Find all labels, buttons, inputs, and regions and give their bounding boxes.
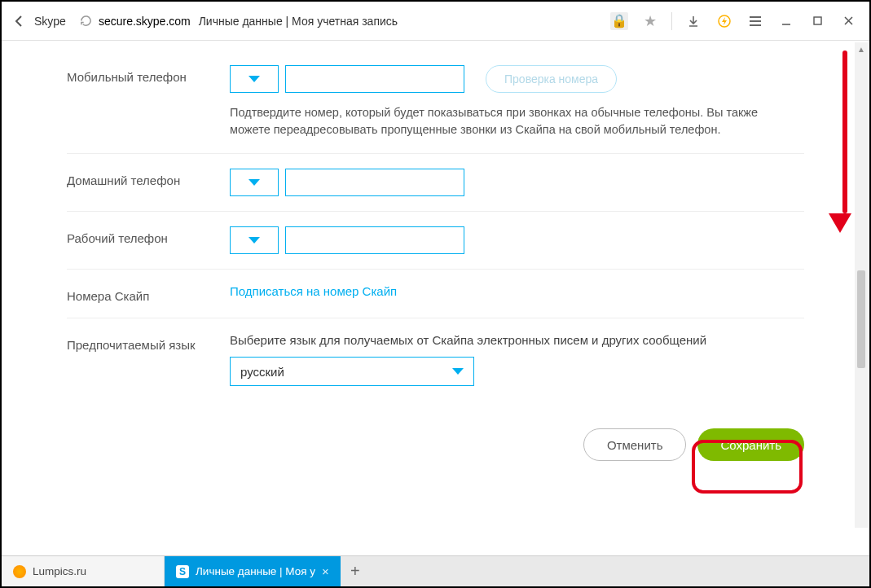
label-mobile: Мобильный телефон	[67, 65, 230, 138]
turbo-icon[interactable]	[711, 8, 737, 34]
language-value: русский	[240, 365, 284, 379]
url-domain: secure.skype.com	[99, 15, 191, 28]
form-actions: Отменить Сохранить	[67, 428, 804, 461]
new-tab-button[interactable]: +	[341, 556, 370, 586]
label-language: Предпочитаемый язык	[67, 333, 230, 386]
page-viewport: Мобильный телефон Проверка номера Подтве…	[2, 41, 869, 531]
cancel-button[interactable]: Отменить	[583, 428, 687, 461]
close-tab-icon[interactable]: ×	[322, 564, 329, 578]
verify-number-button[interactable]: Проверка номера	[486, 65, 617, 93]
row-work-phone: Рабочий телефон	[67, 211, 804, 269]
browser-toolbar: Skype secure.skype.com Личные данные | М…	[2, 2, 869, 41]
work-country-select[interactable]	[230, 226, 279, 254]
language-description: Выберите язык для получаемых от Скайпа э…	[230, 333, 804, 347]
tab-label: Lumpics.ru	[33, 565, 86, 577]
chevron-down-icon	[249, 76, 260, 82]
home-phone-input[interactable]	[285, 169, 464, 196]
row-mobile-phone: Мобильный телефон Проверка номера Подтве…	[67, 41, 804, 153]
site-name: Skype	[34, 15, 66, 28]
home-country-select[interactable]	[230, 169, 279, 196]
menu-icon[interactable]	[742, 8, 768, 34]
row-language: Предпочитаемый язык Выберите язык для по…	[67, 318, 804, 401]
mobile-country-select[interactable]	[230, 65, 279, 93]
mobile-phone-input[interactable]	[285, 65, 464, 93]
tab-skype-profile[interactable]: S Личные данные | Моя у ×	[165, 556, 341, 586]
maximize-icon[interactable]	[804, 8, 830, 34]
chevron-down-icon	[452, 368, 464, 375]
reload-icon[interactable]	[79, 14, 94, 29]
row-home-phone: Домашний телефон	[67, 153, 804, 211]
subscribe-skype-number-link[interactable]: Подписаться на номер Скайп	[230, 284, 397, 298]
separator	[671, 12, 672, 30]
tab-label: Личные данные | Моя у	[196, 565, 315, 577]
bookmark-star-icon[interactable]: ★	[637, 8, 663, 34]
language-select[interactable]: русский	[230, 357, 474, 386]
minimize-icon[interactable]	[773, 8, 799, 34]
row-skype-numbers: Номера Скайп Подписаться на номер Скайп	[67, 269, 804, 318]
tab-strip: Lumpics.ru S Личные данные | Моя у × +	[2, 555, 869, 586]
work-phone-input[interactable]	[285, 226, 464, 254]
svg-rect-1	[814, 17, 821, 24]
mobile-help-text: Подтвердите номер, который будет показыв…	[230, 104, 800, 138]
label-skype-numbers: Номера Скайп	[67, 284, 230, 303]
url-title: Личные данные | Моя учетная запись	[199, 15, 398, 28]
profile-form: Мобильный телефон Проверка номера Подтве…	[2, 41, 869, 494]
favicon-icon	[13, 565, 26, 578]
close-window-icon[interactable]	[835, 8, 861, 34]
lock-icon[interactable]: 🔒	[606, 8, 632, 34]
save-button[interactable]: Сохранить	[697, 428, 804, 461]
address-bar[interactable]: secure.skype.com Личные данные | Моя уче…	[99, 15, 398, 28]
chevron-down-icon	[249, 179, 260, 186]
back-button[interactable]	[10, 11, 29, 31]
chevron-down-icon	[249, 237, 260, 244]
label-work: Рабочий телефон	[67, 226, 230, 254]
label-home: Домашний телефон	[67, 169, 230, 196]
tab-lumpics[interactable]: Lumpics.ru	[2, 556, 165, 586]
skype-favicon-icon: S	[176, 565, 189, 578]
download-icon[interactable]	[680, 8, 706, 34]
